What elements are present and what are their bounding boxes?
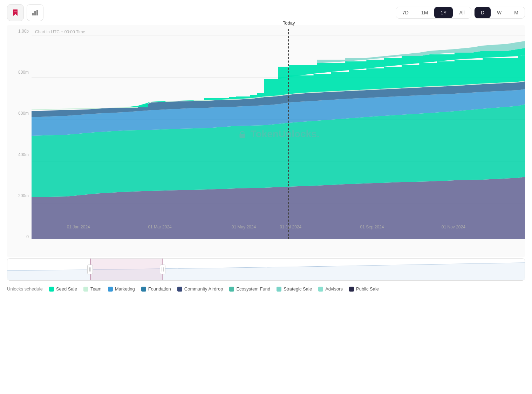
svg-rect-1 <box>34 11 36 15</box>
legend-dot-seed-sale <box>49 287 54 292</box>
range-chart <box>7 259 525 280</box>
y-label-400m: 400m <box>7 152 32 157</box>
handle-line-1 <box>89 267 90 272</box>
x-label-nov: 01 Nov 2024 <box>442 225 465 229</box>
x-label-jan: 01 Jan 2024 <box>67 225 90 229</box>
legend-label-advisors: Advisors <box>325 286 343 292</box>
y-label-600m: 600m <box>7 111 32 116</box>
granularity-w[interactable]: W <box>491 7 508 18</box>
range-slider[interactable] <box>7 258 525 281</box>
today-label: Today <box>283 20 295 26</box>
x-axis: 01 Jan 2024 01 Mar 2024 01 May 2024 01 J… <box>32 222 525 239</box>
legend-strategic-sale: Strategic Sale <box>277 286 312 292</box>
legend-label-public-sale: Public Sale <box>356 286 379 292</box>
granularity-m[interactable]: M <box>508 7 525 18</box>
chart-button[interactable] <box>27 4 43 21</box>
chart-plot: Today TokenUnlocks. 01 Jan 2024 01 Mar 2… <box>32 29 525 239</box>
legend-dot-ecosystem-fund <box>229 287 234 292</box>
chart-container: Chart in UTC + 00:00 Time 1.00b 800m 600… <box>0 25 532 297</box>
legend-dot-team <box>83 287 88 292</box>
x-label-mar: 01 Mar 2024 <box>148 225 171 229</box>
legend-dot-advisors <box>318 287 323 292</box>
x-label-may: 01 May 2024 <box>232 225 256 229</box>
legend-ecosystem-fund: Ecosystem Fund <box>229 286 270 292</box>
period-selector: 7D 1M 1Y All <box>396 7 471 19</box>
legend-dot-foundation <box>141 287 146 292</box>
y-axis: 1.00b 800m 600m 400m 200m 0 <box>7 25 32 243</box>
handle-line-2 <box>90 267 91 272</box>
handle-line-4 <box>163 267 164 272</box>
top-left-icons <box>7 4 43 21</box>
svg-rect-2 <box>36 10 38 15</box>
granularity-d[interactable]: D <box>475 7 491 18</box>
granularity-selector: D W M <box>474 7 525 19</box>
legend-marketing: Marketing <box>108 286 135 292</box>
legend-label-marketing: Marketing <box>115 286 135 292</box>
stacked-area-chart <box>32 29 525 239</box>
legend-advisors: Advisors <box>318 286 343 292</box>
today-line: Today <box>288 29 289 239</box>
range-track <box>7 259 525 280</box>
range-handle-right[interactable] <box>160 265 165 274</box>
svg-rect-0 <box>32 13 34 15</box>
bar-chart-icon <box>31 9 39 16</box>
y-label-100b: 1.00b <box>7 29 32 34</box>
period-1y[interactable]: 1Y <box>434 7 453 18</box>
range-selection <box>90 259 163 280</box>
legend-label-seed-sale: Seed Sale <box>56 286 77 292</box>
period-all[interactable]: All <box>453 7 471 18</box>
range-handle-left[interactable] <box>87 265 93 274</box>
legend-dot-marketing <box>108 287 113 292</box>
legend-public-sale: Public Sale <box>349 286 379 292</box>
chart-area: Chart in UTC + 00:00 Time 1.00b 800m 600… <box>7 25 525 257</box>
legend-community-airdrop: Community Airdrop <box>177 286 223 292</box>
legend-team: Team <box>83 286 102 292</box>
legend-dot-strategic-sale <box>277 287 281 292</box>
legend-foundation: Foundation <box>141 286 171 292</box>
legend: Unlocks schedule Seed Sale Team Marketin… <box>0 281 532 297</box>
top-bar: 7D 1M 1Y All D W M <box>0 0 532 25</box>
legend-label-community-airdrop: Community Airdrop <box>184 286 223 292</box>
chart-inner: Chart in UTC + 00:00 Time 1.00b 800m 600… <box>7 25 525 257</box>
handle-line-3 <box>162 267 162 272</box>
period-1m[interactable]: 1M <box>415 7 434 18</box>
legend-label-ecosystem-fund: Ecosystem Fund <box>236 286 270 292</box>
top-right-controls: 7D 1M 1Y All D W M <box>396 7 525 19</box>
x-label-jul: 01 Jul 2024 <box>280 225 301 229</box>
logo-button[interactable] <box>7 4 24 21</box>
legend-seed-sale: Seed Sale <box>49 286 77 292</box>
legend-label-foundation: Foundation <box>148 286 171 292</box>
y-label-800m: 800m <box>7 70 32 75</box>
legend-dot-public-sale <box>349 287 354 292</box>
logo-icon <box>11 8 20 17</box>
y-label-0: 0 <box>7 234 32 239</box>
legend-dot-community-airdrop <box>177 287 182 292</box>
legend-schedule-label: Unlocks schedule <box>7 286 43 292</box>
x-label-sep: 01 Sep 2024 <box>360 225 384 229</box>
legend-label-team: Team <box>90 286 102 292</box>
legend-label-strategic-sale: Strategic Sale <box>284 286 312 292</box>
period-7d[interactable]: 7D <box>396 7 415 18</box>
y-label-200m: 200m <box>7 193 32 198</box>
